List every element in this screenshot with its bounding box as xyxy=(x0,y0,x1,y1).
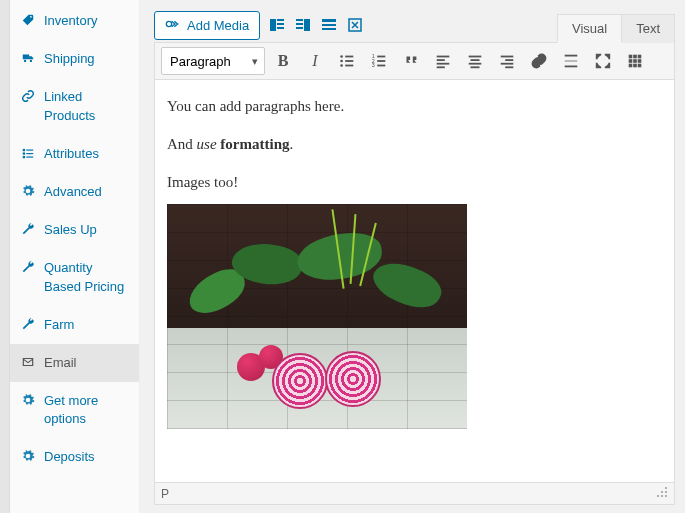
svg-rect-14 xyxy=(296,19,303,21)
link-icon xyxy=(20,88,36,104)
mail-icon xyxy=(20,354,36,370)
align-center-button[interactable] xyxy=(461,47,489,75)
svg-rect-47 xyxy=(565,66,578,68)
link-button[interactable] xyxy=(525,47,553,75)
sidebar-item-label: Farm xyxy=(44,316,129,334)
toolbar-toggle-button[interactable] xyxy=(621,47,649,75)
svg-point-1 xyxy=(30,60,32,62)
truck-icon xyxy=(20,50,36,66)
sidebar-item-label: Advanced xyxy=(44,183,129,201)
add-media-label: Add Media xyxy=(187,18,249,33)
sidebar-item-sales-up[interactable]: Sales Up xyxy=(10,211,139,249)
svg-rect-40 xyxy=(471,66,480,68)
svg-rect-46 xyxy=(565,60,578,62)
svg-point-23 xyxy=(340,64,343,67)
sidebar-item-linked-products[interactable]: Linked Products xyxy=(10,78,139,134)
svg-point-8 xyxy=(166,21,171,26)
sidebar-item-quantity-pricing[interactable]: Quantity Based Pricing xyxy=(10,249,139,305)
svg-rect-19 xyxy=(322,28,336,30)
sidebar-item-advanced[interactable]: Advanced xyxy=(10,173,139,211)
sidebar-item-label: Get more options xyxy=(44,392,129,428)
wrench-icon xyxy=(20,316,36,332)
format-select[interactable]: Paragraph xyxy=(161,47,265,75)
italic-button[interactable]: I xyxy=(301,47,329,75)
wrench-icon xyxy=(20,259,36,275)
element-path[interactable]: P xyxy=(161,487,169,501)
svg-rect-33 xyxy=(437,56,450,58)
svg-rect-2 xyxy=(23,149,25,151)
format-select-value: Paragraph xyxy=(170,54,231,69)
svg-rect-12 xyxy=(277,27,284,29)
layout-icon-1[interactable] xyxy=(268,16,286,34)
svg-rect-45 xyxy=(565,55,578,57)
svg-point-58 xyxy=(665,491,667,493)
sidebar-item-farm[interactable]: Farm xyxy=(10,306,139,344)
layout-icon-3[interactable] xyxy=(320,16,338,34)
layout-icon-4[interactable] xyxy=(346,16,364,34)
svg-text:3: 3 xyxy=(372,62,375,68)
add-media-button[interactable]: Add Media xyxy=(154,11,260,40)
editor-content[interactable]: You can add paragraphs here. And use for… xyxy=(155,80,674,482)
bold-button[interactable]: B xyxy=(269,47,297,75)
sidebar-item-label: Quantity Based Pricing xyxy=(44,259,129,295)
layout-icon-2[interactable] xyxy=(294,16,312,34)
svg-rect-17 xyxy=(322,19,336,22)
svg-rect-34 xyxy=(437,59,445,61)
editor-panel: Add Media Visual Text Paragraph B I 123 xyxy=(140,0,685,513)
svg-rect-4 xyxy=(23,156,25,158)
svg-point-61 xyxy=(661,495,663,497)
product-data-sidebar: Inventory Shipping Linked Products Attri… xyxy=(10,0,140,513)
sidebar-item-label: Sales Up xyxy=(44,221,129,239)
svg-rect-16 xyxy=(296,27,303,29)
svg-rect-37 xyxy=(469,56,482,58)
svg-rect-25 xyxy=(345,60,353,62)
align-right-button[interactable] xyxy=(493,47,521,75)
svg-rect-24 xyxy=(345,56,353,58)
svg-rect-26 xyxy=(345,65,353,67)
tab-visual[interactable]: Visual xyxy=(557,14,622,43)
svg-point-62 xyxy=(657,495,659,497)
svg-rect-44 xyxy=(505,66,513,68)
numbered-list-button[interactable]: 123 xyxy=(365,47,393,75)
editor-statusbar: P xyxy=(155,482,674,504)
svg-point-21 xyxy=(340,55,343,58)
text-span: . xyxy=(290,136,294,152)
svg-rect-52 xyxy=(633,59,637,63)
svg-rect-6 xyxy=(26,153,33,154)
svg-rect-9 xyxy=(270,19,276,31)
media-icon xyxy=(165,17,181,34)
gear-icon xyxy=(20,392,36,408)
bold-text: formatting xyxy=(220,136,289,152)
svg-point-57 xyxy=(665,487,667,489)
align-left-button[interactable] xyxy=(429,47,457,75)
sidebar-item-shipping[interactable]: Shipping xyxy=(10,40,139,78)
inserted-image[interactable] xyxy=(167,204,467,429)
svg-rect-38 xyxy=(471,59,480,61)
resize-grip[interactable] xyxy=(656,486,668,501)
content-paragraph: And use formatting. xyxy=(167,132,662,156)
svg-rect-18 xyxy=(322,24,336,26)
sidebar-item-label: Linked Products xyxy=(44,88,129,124)
svg-rect-15 xyxy=(296,23,303,25)
bullet-list-button[interactable] xyxy=(333,47,361,75)
svg-point-0 xyxy=(24,60,26,62)
sidebar-item-get-more-options[interactable]: Get more options xyxy=(10,382,139,438)
sidebar-item-inventory[interactable]: Inventory xyxy=(10,2,139,40)
fullscreen-button[interactable] xyxy=(589,47,617,75)
svg-rect-36 xyxy=(437,66,445,68)
tab-text[interactable]: Text xyxy=(622,14,675,43)
svg-rect-42 xyxy=(505,59,513,61)
svg-rect-35 xyxy=(437,63,450,65)
blockquote-button[interactable] xyxy=(397,47,425,75)
svg-rect-51 xyxy=(629,59,633,63)
sidebar-item-attributes[interactable]: Attributes xyxy=(10,135,139,173)
wrench-icon xyxy=(20,221,36,237)
svg-rect-30 xyxy=(377,56,385,58)
svg-rect-43 xyxy=(501,63,514,65)
sidebar-item-deposits[interactable]: Deposits xyxy=(10,438,139,476)
sidebar-item-email[interactable]: Email xyxy=(10,344,139,382)
editor-mode-tabs: Visual Text xyxy=(557,14,675,43)
read-more-button[interactable] xyxy=(557,47,585,75)
sidebar-item-label: Deposits xyxy=(44,448,129,466)
sidebar-item-label: Shipping xyxy=(44,50,129,68)
